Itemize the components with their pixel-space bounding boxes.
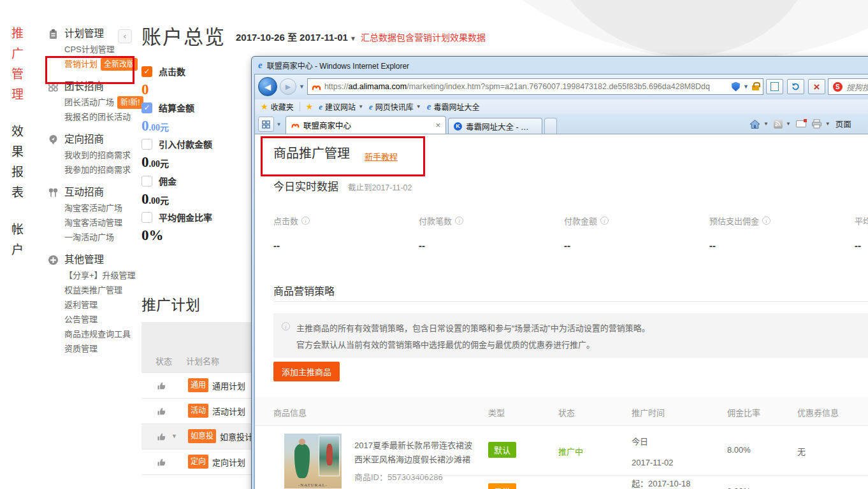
sidebar-item-cps-plan[interactable]: CPS计划管理 <box>64 42 136 57</box>
tab-alimama-center[interactable]: 联盟商家中心 × <box>286 116 446 134</box>
k-site-icon: K <box>454 122 462 131</box>
quick-tabs-button[interactable] <box>258 117 274 132</box>
ie-tab-row: ▼ 联盟商家中心 × K 毒霸网址大全 - 安全实用... ▼ ▼ <box>255 114 868 134</box>
sidebar-section-leader-investment[interactable]: 团长招商 <box>48 78 136 95</box>
tab-duba-nav[interactable]: K 毒霸网址大全 - 安全实用... <box>448 118 542 134</box>
chevron-down-icon[interactable]: ▼ <box>171 433 177 439</box>
sidebar-item-leader-activity-plaza[interactable]: 团长活动广场 新!新! <box>64 95 136 110</box>
sidebar-item-rebate-manage[interactable]: 返利管理 <box>64 297 136 312</box>
type-badge-daily: 日常 <box>488 483 516 489</box>
stop-button[interactable]: × <box>808 79 825 94</box>
address-dropdown-icon[interactable]: ▼ <box>743 83 749 90</box>
vnav-item-report[interactable]: 效果报表 <box>8 125 25 206</box>
vnav-item-account[interactable]: 帐户 <box>8 223 25 264</box>
new-badge: 新!新! <box>117 96 143 109</box>
forward-button[interactable]: ▶ <box>280 78 296 95</box>
sidebar-section-interactive-investment[interactable]: 互动招商 <box>48 184 136 201</box>
info-icon[interactable]: i <box>600 216 609 225</box>
sidebar-item-announcement[interactable]: 公告管理 <box>64 312 136 327</box>
ie-page-content: 商品推广管理 新手教程 今日实时数据 截止到2017-11-02 点击数i --… <box>255 134 868 489</box>
back-button[interactable]: ◀ <box>258 77 277 96</box>
web-slices-button[interactable]: e网页快讯库▼ <box>369 101 421 112</box>
page-menu-button[interactable]: 页面 <box>835 118 851 130</box>
date-range-selector[interactable]: 2017-10-26 至 2017-11-01▼ <box>236 30 356 43</box>
refresh-icon <box>791 82 800 91</box>
content-title: 商品推广管理 <box>273 143 350 162</box>
compatibility-view-button[interactable] <box>766 79 783 94</box>
sidebar-collapse-button[interactable]: ‹ <box>118 29 132 43</box>
product-title-line2[interactable]: 西米亚风格海边度假长裙沙滩裙 <box>354 453 470 465</box>
sidebar-item-taobaoke-manage[interactable]: 淘宝客活动管理 <box>64 215 136 230</box>
product-title-line1[interactable]: 2017夏季最新长款吊带连衣裙波 <box>354 439 472 451</box>
metric-settlement: 结算金额 0.00元 <box>141 101 250 134</box>
security-shield-icon[interactable] <box>732 82 740 92</box>
lock-icon[interactable] <box>752 85 759 90</box>
col-status: 状态 <box>156 355 172 367</box>
product-table-header: 商品信息 类型 状态 推广时间 佣金比率 优惠券信息 <box>255 397 868 426</box>
info-icon[interactable]: i <box>762 216 770 225</box>
thumb-up-icon[interactable] <box>157 381 167 393</box>
home-icon[interactable] <box>749 119 760 129</box>
info-icon[interactable]: i <box>301 216 310 225</box>
refresh-button[interactable] <box>787 79 804 94</box>
product-image-figure <box>294 444 310 478</box>
search-box[interactable]: S 搜狗搜索 <box>828 78 868 95</box>
print-icon[interactable] <box>811 119 822 129</box>
metric-checkbox[interactable] <box>141 176 152 187</box>
favorites-button[interactable]: ★收藏夹 <box>261 101 294 112</box>
sidebar-item-share-plus[interactable]: 【分享+】升级管理 <box>64 268 136 283</box>
close-tab-icon[interactable]: × <box>435 121 440 129</box>
sidebar: 计划管理 CPS计划管理 营销计划 全新改版 团长招商 团长活动广场 新!新! … <box>48 25 136 363</box>
print-dropdown-icon[interactable]: ▼ <box>825 121 830 127</box>
today-metric-average: 平均 -- <box>855 215 868 251</box>
strategy-info-box: i 主推商品的所有有效营销策略，包含日常设置的策略和参与“场景活动”中为活动设置… <box>273 313 868 358</box>
metric-payment: 引入付款金额 0.00元 <box>141 138 250 171</box>
feeds-dropdown-icon[interactable]: ▼ <box>786 121 791 127</box>
today-metric-est-commission: 预估支出佣金i -- <box>709 215 843 251</box>
stop-icon: × <box>813 82 820 92</box>
sidebar-section-title: 计划管理 <box>64 25 104 42</box>
new-tab-stub[interactable] <box>544 118 557 134</box>
metric-checkbox[interactable] <box>141 139 152 150</box>
ie-title-bar[interactable]: e 联盟商家中心 - Windows Internet Explorer <box>252 57 868 74</box>
sidebar-item-marketing-plan[interactable]: 营销计划 全新改版 <box>64 57 136 71</box>
recent-pages-dropdown-icon[interactable]: ▼ <box>299 83 305 90</box>
sidebar-item-rights-promo[interactable]: 权益类推广管理 <box>64 283 136 297</box>
sidebar-item-violation-query[interactable]: 商品违规查询工具 <box>64 327 136 341</box>
sidebar-item-taobaoke-plaza[interactable]: 淘宝客活动广场 <box>64 201 136 215</box>
add-main-product-button[interactable]: 添加主推商品 <box>273 362 340 381</box>
sidebar-item-qualification[interactable]: 资质管理 <box>64 341 136 356</box>
sidebar-section-other-manage[interactable]: 其他管理 <box>48 252 136 268</box>
product-image[interactable]: -NATURAL- <box>284 434 342 489</box>
coupon-info: 无 <box>797 486 806 489</box>
url-text: https://ad.alimama.com/marketing/index.h… <box>324 82 710 91</box>
vnav-item-promotion-manage[interactable]: 推广管理 <box>8 27 25 108</box>
sidebar-item-etao-plaza[interactable]: 一淘活动广场 <box>64 230 136 244</box>
thumb-up-icon[interactable] <box>157 432 167 444</box>
tutorial-link[interactable]: 新手教程 <box>365 150 398 162</box>
promo-time-line2: 2017-11-02 <box>632 458 674 467</box>
tab-list-dropdown-icon[interactable]: ▼ <box>275 122 283 127</box>
sidebar-item-joined-demands[interactable]: 我参加的招商需求 <box>64 162 136 177</box>
sidebar-item-my-leader-activities[interactable]: 我报名的团长活动 <box>64 110 136 124</box>
thumb-up-icon[interactable] <box>157 457 167 470</box>
metric-checkbox[interactable] <box>141 212 152 223</box>
suggested-sites-button[interactable]: e建议网站▼ <box>319 101 363 112</box>
address-bar[interactable]: https://ad.alimama.com/marketing/index.h… <box>307 78 763 95</box>
today-metric-clicks: 点击数i -- <box>273 215 407 251</box>
duba-nav-button[interactable]: e毒霸网址大全 <box>427 101 480 112</box>
metric-checkbox[interactable] <box>141 66 152 77</box>
sidebar-section-targeted-investment[interactable]: 定向招商 <box>48 131 136 148</box>
sidebar-section-title: 定向招商 <box>64 131 104 148</box>
rss-feed-icon[interactable] <box>774 120 783 129</box>
home-dropdown-icon[interactable]: ▼ <box>763 121 769 127</box>
command-bar: ▼ ▼ ▼ 页面 <box>749 118 851 130</box>
metric-checkbox[interactable] <box>141 103 152 113</box>
thumb-up-icon[interactable] <box>157 406 167 419</box>
read-mail-icon[interactable] <box>796 120 806 127</box>
info-icon[interactable]: i <box>455 216 463 225</box>
sidebar-item-received-demands[interactable]: 我收到的招商需求 <box>64 148 136 162</box>
col-product-info: 商品信息 <box>273 406 307 418</box>
plan-name: 定向计划 <box>212 456 245 468</box>
add-favorite-button[interactable]: ★ <box>306 102 314 111</box>
